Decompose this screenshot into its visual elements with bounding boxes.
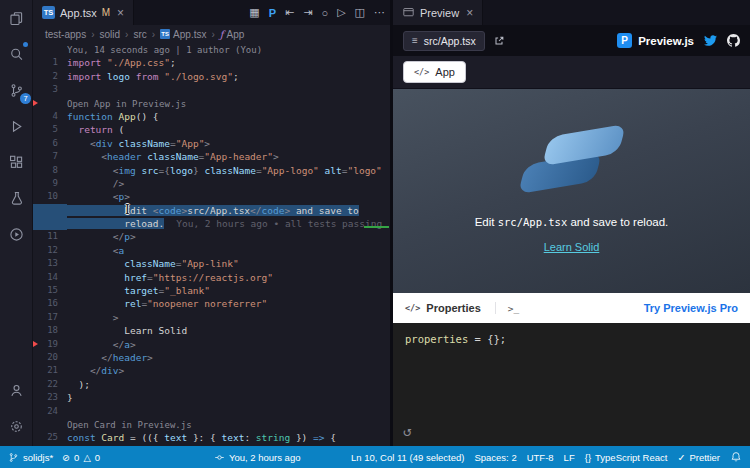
activity-source-control[interactable]: 7: [0, 72, 33, 108]
run-file-icon[interactable]: ▷: [337, 6, 345, 19]
code-content: rel="noopener noreferrer": [67, 297, 390, 310]
commit-icon: [214, 452, 225, 463]
code-content: const Card = (({ text }: { text: string …: [67, 431, 390, 444]
breadcrumb-separator: ›: [91, 29, 94, 40]
breadcrumb-item-app-tsx[interactable]: TSApp.tsx: [160, 29, 206, 40]
activity-extensions[interactable]: [0, 144, 33, 180]
twitter-icon[interactable]: [704, 34, 717, 47]
typescript-file-icon: TS: [42, 6, 55, 19]
code-token: return: [78, 124, 112, 135]
learn-solid-link[interactable]: Learn Solid: [544, 241, 600, 253]
tab-properties[interactable]: </> Properties: [405, 302, 496, 314]
keybindings-icon[interactable]: ▦: [249, 6, 259, 19]
code-line: 3: [33, 83, 390, 96]
problems-status[interactable]: ⊘ 0 △ 0: [62, 452, 100, 463]
code-line: 14 href="https://reactjs.org": [33, 271, 390, 284]
record-icon[interactable]: ○: [321, 7, 328, 19]
breadcrumb-item-src[interactable]: src: [133, 29, 146, 40]
line-number: 13: [33, 257, 67, 270]
code-token: :: [244, 432, 255, 443]
gear-icon: [8, 418, 25, 435]
formatter-status[interactable]: ✓ Prettier: [677, 452, 720, 463]
split-editor-icon[interactable]: ◫: [355, 6, 365, 19]
refresh-icon[interactable]: ↺: [403, 423, 411, 439]
indentation-status[interactable]: Spaces: 2: [474, 452, 516, 463]
code-token: href: [124, 272, 147, 283]
code-token: "./logo.svg": [164, 71, 233, 82]
nav-forward-icon[interactable]: ⇥: [303, 6, 312, 19]
line-number: 2: [33, 70, 67, 83]
code-token: </: [113, 339, 124, 350]
bell-icon: [730, 451, 742, 463]
activity-testing[interactable]: [0, 180, 33, 216]
line-number: 18: [33, 324, 67, 337]
message-prefix: Edit: [475, 216, 498, 228]
activity-previewjs[interactable]: [0, 216, 33, 252]
language-status[interactable]: {} TypeScript React: [585, 452, 668, 463]
code-token: [67, 298, 124, 309]
breadcrumb-separator: ›: [152, 29, 155, 40]
line-number: 4: [33, 110, 67, 123]
component-chip-app[interactable]: </> App: [403, 61, 466, 83]
close-icon[interactable]: ×: [117, 6, 124, 20]
close-icon[interactable]: ×: [466, 6, 473, 20]
terminal-icon[interactable]: >_: [508, 303, 519, 314]
line-number: 14: [33, 271, 67, 284]
external-link-icon[interactable]: [493, 35, 505, 47]
file-path-chip[interactable]: ≡ src/App.tsx: [403, 31, 485, 51]
eol-status[interactable]: LF: [564, 452, 575, 463]
activity-settings[interactable]: [0, 408, 33, 444]
activity-explorer[interactable]: [0, 0, 33, 36]
line-number: [33, 418, 67, 431]
code-token: [67, 312, 113, 323]
status-bar-right: Ln 10, Col 11 (49 selected) Spaces: 2 UT…: [351, 451, 742, 463]
previewjs-pro-link[interactable]: Try Preview.js Pro: [644, 302, 738, 314]
account-icon: [8, 382, 25, 399]
code-token: [67, 272, 124, 283]
code-token: rel: [124, 298, 141, 309]
blame-status[interactable]: You, 2 hours ago: [214, 452, 301, 463]
properties-console[interactable]: properties = {}; ↺: [393, 323, 750, 446]
notifications-bell[interactable]: [730, 451, 742, 463]
branch-label: solidjs*: [23, 452, 53, 463]
line-number: 21: [33, 364, 67, 377]
code-token: className: [204, 165, 255, 176]
code-content: </p>: [67, 230, 390, 243]
open-previewjs-icon[interactable]: P: [269, 7, 276, 19]
tab-preview[interactable]: Preview ×: [393, 0, 483, 25]
code-token: </: [101, 352, 112, 363]
code-token: [67, 339, 113, 350]
line-number: 17: [33, 311, 67, 324]
git-branch-status[interactable]: solidjs*: [8, 452, 53, 463]
breadcrumb-item-test-apps[interactable]: test-apps: [45, 29, 86, 40]
code-line: reload.You, 2 hours ago • all tests pass…: [33, 217, 390, 230]
breadcrumb-item-app[interactable]: ƒApp: [220, 29, 245, 40]
encoding-status[interactable]: UTF-8: [527, 452, 554, 463]
activity-search[interactable]: [0, 36, 33, 72]
activity-account[interactable]: [0, 372, 33, 408]
code-token: "_blank": [164, 285, 210, 296]
nav-back-icon[interactable]: ⇤: [285, 6, 294, 19]
code-token: [67, 365, 90, 376]
search-notification-dot: [23, 42, 28, 47]
breadcrumb-item-solid[interactable]: solid: [99, 29, 120, 40]
github-icon[interactable]: [727, 34, 740, 47]
preview-codelens-link[interactable]: Open App in Preview.js: [67, 99, 186, 109]
code-line: 22 );: [33, 378, 390, 391]
code-token: </: [250, 205, 261, 216]
code-token: code: [262, 205, 285, 216]
more-actions-icon[interactable]: ⋯: [374, 6, 385, 19]
code-token: (: [113, 124, 124, 135]
code-token: "App-logo": [262, 165, 319, 176]
activity-run-debug[interactable]: [0, 108, 33, 144]
cursor-position-status[interactable]: Ln 10, Col 11 (49 selected): [351, 452, 464, 463]
code-token: header: [113, 352, 147, 363]
code-token: >: [273, 151, 279, 162]
code-token: [67, 138, 90, 149]
tab-app-tsx[interactable]: TS App.tsx M ×: [33, 0, 134, 25]
blame-codelens[interactable]: You, 14 seconds ago | 1 author (You): [67, 45, 262, 55]
preview-codelens-link[interactable]: Open Card in Preview.js: [67, 420, 192, 430]
brand-label: Preview.js: [638, 35, 694, 47]
vscode-window: 7 TS App.tsx M ×: [0, 0, 750, 468]
code-token: App: [118, 111, 135, 122]
